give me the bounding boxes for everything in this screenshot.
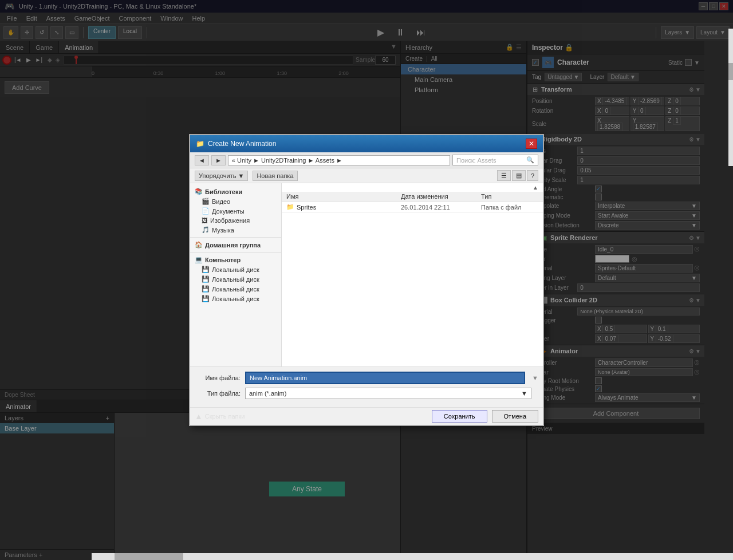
home-group-icon: 🏠 bbox=[195, 241, 203, 249]
sort-arrow-icon: ▲ bbox=[533, 184, 538, 191]
dialog-footer: Имя файла: New Animation.anim ▼ Тип файл… bbox=[190, 366, 543, 407]
dialog-sub-toolbar: Упорядочить ▼ Новая папка ☰ ▤ ? bbox=[190, 168, 543, 183]
file-type-sprites: Папка с файл bbox=[481, 204, 538, 211]
filename-label: Имя файла: bbox=[195, 374, 241, 381]
arrange-button[interactable]: Упорядочить ▼ bbox=[195, 171, 248, 181]
sidebar-local-disk-3[interactable]: 💾 Локальный диск bbox=[190, 284, 281, 294]
filetype-label: Тип файла: bbox=[195, 390, 241, 397]
hide-folders-label: Скрыть папки bbox=[205, 413, 245, 420]
dialog-actions-row: ▲ Скрыть папки Сохранить Отмена bbox=[190, 407, 543, 425]
list-view-btn[interactable]: ☰ bbox=[497, 170, 511, 181]
sidebar-local-disk-1[interactable]: 💾 Локальный диск bbox=[190, 265, 281, 274]
col-date[interactable]: Дата изменения bbox=[401, 193, 481, 200]
sidebar-divider-2 bbox=[190, 252, 281, 253]
hide-folders-arrow-icon: ▲ bbox=[195, 412, 203, 421]
file-name-sprites: 📁 Sprites bbox=[286, 203, 401, 211]
sidebar-images[interactable]: 🖼 Изображения bbox=[190, 216, 281, 225]
disk-icon-2: 💾 bbox=[202, 275, 210, 283]
create-animation-dialog: 📁 Create New Animation ✕ ◄ ► « Unity ► U… bbox=[189, 134, 544, 426]
cancel-button[interactable]: Отмена bbox=[492, 410, 538, 423]
hide-folders-toggle[interactable]: ▲ Скрыть папки bbox=[195, 412, 245, 421]
filetype-dropdown[interactable]: anim (*.anim) ▼ bbox=[245, 388, 531, 399]
dialog-nav-toolbar: ◄ ► « Unity ► Unity2DTraining ► Assets ►… bbox=[190, 152, 543, 168]
col-name[interactable]: Имя bbox=[286, 193, 401, 200]
dialog-buttons: Сохранить Отмена bbox=[432, 410, 538, 423]
search-placeholder: Поиск: Assets bbox=[456, 157, 496, 164]
dialog-overlay: 📁 Create New Animation ✕ ◄ ► « Unity ► U… bbox=[0, 0, 733, 560]
save-button[interactable]: Сохранить bbox=[432, 410, 487, 423]
details-view-btn[interactable]: ▤ bbox=[512, 170, 526, 181]
disk-icon-3: 💾 bbox=[202, 285, 210, 293]
search-icon: 🔍 bbox=[526, 156, 534, 164]
sidebar-computer: 💻 Компьютер bbox=[190, 255, 281, 265]
help-btn[interactable]: ? bbox=[527, 170, 538, 181]
sidebar-divider-1 bbox=[190, 237, 281, 238]
sidebar-video[interactable]: 🎬 Видео bbox=[190, 196, 281, 206]
sidebar-local-disk-4[interactable]: 💾 Локальный диск bbox=[190, 294, 281, 303]
col-type[interactable]: Тип bbox=[481, 193, 538, 200]
dialog-file-area: ▲ Имя Дата изменения Тип 📁 Sprites 26.01… bbox=[282, 183, 543, 366]
sidebar-music[interactable]: 🎵 Музыка bbox=[190, 225, 281, 235]
dialog-close-button[interactable]: ✕ bbox=[526, 139, 537, 149]
dialog-titlebar: 📁 Create New Animation ✕ bbox=[190, 135, 543, 152]
file-list-header: Имя Дата изменения Тип bbox=[282, 192, 543, 202]
sidebar-home-group: 🏠 Домашняя группа bbox=[190, 240, 281, 250]
sidebar-libraries: 📚 Библиотеки bbox=[190, 187, 281, 196]
video-icon: 🎬 bbox=[202, 198, 210, 205]
dialog-forward-btn[interactable]: ► bbox=[211, 155, 226, 165]
dialog-path-bar[interactable]: « Unity ► Unity2DTraining ► Assets ► bbox=[228, 155, 450, 165]
view-controls: ☰ ▤ ? bbox=[497, 170, 538, 181]
filetype-row: Тип файла: anim (*.anim) ▼ bbox=[195, 388, 538, 399]
dialog-title: Create New Animation bbox=[208, 140, 276, 148]
filename-dropdown-btn[interactable]: ▼ bbox=[532, 374, 538, 381]
new-folder-button[interactable]: Новая папка bbox=[253, 171, 297, 181]
folder-icon-sprites: 📁 bbox=[286, 203, 294, 211]
computer-icon: 💻 bbox=[195, 256, 203, 263]
disk-icon-1: 💾 bbox=[202, 266, 210, 273]
file-date-sprites: 26.01.2014 22:11 bbox=[401, 204, 481, 211]
sidebar-docs[interactable]: 📄 Документы bbox=[190, 206, 281, 216]
dialog-search-bar[interactable]: Поиск: Assets 🔍 bbox=[452, 155, 538, 165]
filename-row: Имя файла: New Animation.anim ▼ bbox=[195, 372, 538, 384]
libraries-icon: 📚 bbox=[195, 188, 203, 195]
dialog-sidebar: 📚 Библиотеки 🎬 Видео 📄 Документы 🖼 Изобр… bbox=[190, 183, 282, 366]
images-icon: 🖼 bbox=[202, 217, 208, 224]
sidebar-local-disk-2[interactable]: 💾 Локальный диск bbox=[190, 274, 281, 284]
dialog-content-area: 📚 Библиотеки 🎬 Видео 📄 Документы 🖼 Изобр… bbox=[190, 183, 543, 366]
docs-icon: 📄 bbox=[202, 207, 210, 215]
disk-icon-4: 💾 bbox=[202, 295, 210, 302]
sort-arrow-row: ▲ bbox=[282, 183, 543, 192]
dialog-icon: 📁 bbox=[196, 140, 204, 148]
music-icon: 🎵 bbox=[202, 226, 210, 234]
file-row-sprites[interactable]: 📁 Sprites 26.01.2014 22:11 Папка с файл bbox=[282, 202, 543, 213]
filename-input[interactable]: New Animation.anim bbox=[245, 372, 525, 384]
dialog-back-btn[interactable]: ◄ bbox=[195, 155, 209, 165]
path-display: « Unity ► Unity2DTraining ► Assets ► bbox=[232, 157, 342, 164]
filetype-chevron-icon: ▼ bbox=[521, 390, 527, 397]
